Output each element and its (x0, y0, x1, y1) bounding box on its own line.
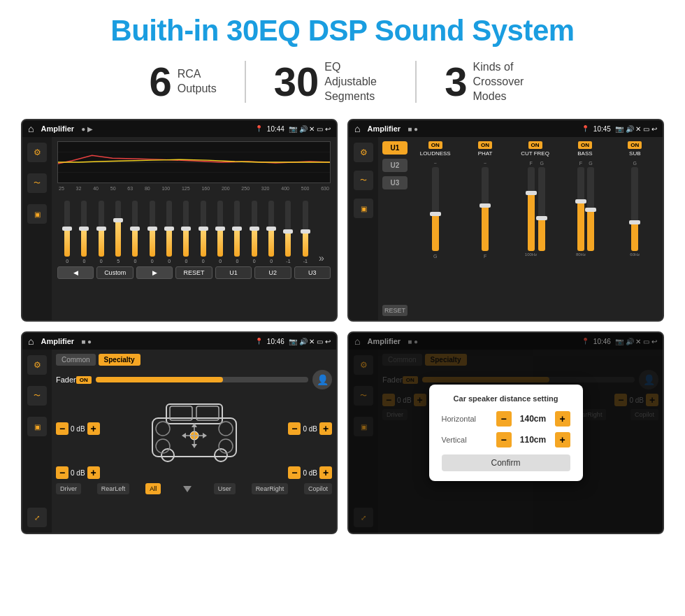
cr-main: U1 U2 U3 RESET ON LOUDNESS (378, 137, 663, 320)
fd-val-bottomright: 0 dB (303, 469, 317, 477)
distance-dialog: Car speaker distance setting Horizontal … (429, 385, 583, 481)
screen2-time: 10:45 (593, 125, 611, 133)
cr-reset-btn[interactable]: RESET (382, 305, 408, 316)
dist-horizontal-label: Horizontal (442, 415, 484, 423)
cr-icon-speaker[interactable]: ▣ (354, 199, 373, 218)
fd-copilot-btn[interactable]: Copilot (304, 483, 332, 494)
eq-slider-3: 5 (110, 201, 127, 264)
stat-crossover-label: Kinds ofCrossover Modes (473, 60, 536, 103)
fd-tab-specialty[interactable]: Specialty (99, 354, 140, 366)
cr-ch-bass: ON BASS F 80Hz (561, 141, 608, 316)
cr-u1-btn[interactable]: U1 (382, 141, 408, 155)
fd-val-bottomleft: 0 dB (71, 469, 85, 477)
svg-point-16 (156, 422, 170, 436)
fd-tab-common[interactable]: Common (56, 354, 96, 366)
eq-icon-wave[interactable]: 〜 (27, 173, 47, 193)
dist-horizontal-plus[interactable]: + (555, 411, 570, 427)
fd-top-vol-row: − 0 dB + (56, 394, 332, 464)
cr-ch-sub-on[interactable]: ON (628, 141, 642, 149)
cr-ch-loudness: ON LOUDNESS ~ (412, 141, 459, 316)
eq-slider-1: 0 (75, 201, 92, 264)
eq-icon-settings[interactable]: ⚙ (27, 143, 47, 162)
eq-reset-btn[interactable]: RESET (175, 266, 212, 279)
screenshots-grid: ⌂ Amplifier ● ▶ 📍 10:44 📷 🔊 ✕ ▭ ↩ ⚙ 〜 ▣ (21, 119, 664, 534)
fd-rear-left-btn[interactable]: RearLeft (97, 483, 130, 494)
screen-fader: ⌂ Amplifier ■ ● 📍 10:46 📷 🔊 ✕ ▭ ↩ ⚙ 〜 ▣ … (21, 331, 338, 534)
cr-ch-phat-on[interactable]: ON (478, 141, 492, 149)
page-wrapper: Buith-in 30EQ DSP Sound System 6 RCAOutp… (0, 0, 685, 541)
dist-vertical-minus[interactable]: − (496, 432, 512, 447)
eq-u2-btn[interactable]: U2 (254, 266, 291, 279)
fd-minus-topright[interactable]: − (288, 422, 301, 435)
home-icon-1[interactable]: ⌂ (28, 123, 34, 134)
home-icon-3[interactable]: ⌂ (28, 336, 34, 347)
eq-icon-speaker[interactable]: ▣ (27, 204, 47, 224)
screen3-dots: ■ ● (81, 338, 92, 345)
stat-eq-number: 30 (274, 62, 319, 102)
stat-crossover-number: 3 (445, 62, 467, 102)
fd-on-badge[interactable]: ON (76, 376, 92, 384)
fd-icon-settings[interactable]: ⚙ (27, 355, 47, 375)
cr-ch-cutfreq-on[interactable]: ON (528, 141, 542, 149)
fd-zone-buttons: Driver RearLeft All User Rear (56, 482, 332, 496)
eq-slider-8: 0 (195, 201, 212, 264)
fader-content: ⚙ 〜 ▣ ⤢ Common Specialty Fader ON (22, 350, 336, 533)
fd-plus-bottomright[interactable]: + (319, 466, 332, 479)
cr-ch-bass-on[interactable]: ON (578, 141, 592, 149)
dist-confirm-btn[interactable]: Confirm (442, 454, 570, 471)
fd-all-btn[interactable]: All (145, 483, 161, 494)
stats-row: 6 RCAOutputs 30 EQ AdjustableSegments 3 … (21, 60, 664, 103)
dist-horizontal-val: 140cm (516, 414, 551, 424)
eq-prev-btn[interactable]: ◀ (57, 266, 94, 279)
fd-fader-track[interactable] (96, 377, 308, 382)
stat-rca-label: RCAOutputs (178, 67, 217, 96)
screen3-time: 10:46 (267, 338, 284, 345)
eq-controls: ◀ Custom ▶ RESET U1 U2 U3 (57, 266, 331, 279)
cr-u2-btn[interactable]: U2 (382, 159, 408, 172)
cr-icon-settings[interactable]: ⚙ (354, 143, 373, 162)
dist-vertical-plus[interactable]: + (555, 432, 570, 447)
fd-icon-speaker[interactable]: ▣ (27, 417, 47, 436)
fd-rear-right-btn[interactable]: RearRight (252, 483, 289, 494)
stat-crossover: 3 Kinds ofCrossover Modes (417, 60, 563, 103)
cr-ch-loudness-on[interactable]: ON (428, 141, 442, 149)
cr-ch-sub-name: SUB (629, 150, 640, 157)
fd-plus-bottomleft[interactable]: + (87, 466, 100, 479)
dist-vertical-label: Vertical (442, 436, 484, 444)
screen1-dots: ● ▶ (81, 125, 93, 133)
fd-vol-topleft: − 0 dB + (56, 422, 100, 435)
fd-plus-topleft[interactable]: + (87, 422, 100, 435)
fd-bottom-vol-row: − 0 dB + − 0 dB + (56, 466, 332, 479)
dist-horizontal-minus[interactable]: − (496, 411, 512, 427)
home-icon-2[interactable]: ⌂ (354, 123, 360, 134)
eq-slider-14: -1 (297, 201, 314, 264)
fd-val-topleft: 0 dB (71, 425, 85, 433)
cr-u3-btn[interactable]: U3 (382, 176, 408, 189)
eq-next-btn[interactable]: ▶ (136, 266, 173, 279)
screen1-statusicons: 📷 🔊 ✕ ▭ ↩ (289, 125, 331, 133)
fd-driver-btn[interactable]: Driver (56, 483, 81, 494)
eq-custom-btn[interactable]: Custom (96, 266, 133, 279)
screen2-title: Amplifier (367, 124, 401, 133)
fd-minus-bottomright[interactable]: − (288, 466, 301, 479)
eq-u3-btn[interactable]: U3 (294, 266, 331, 279)
fd-minus-topleft[interactable]: − (56, 422, 68, 435)
screen-distance: ⌂ Amplifier ■ ● 📍 10:46 📷 🔊 ✕ ▭ ↩ ⚙ 〜 ▣ … (347, 331, 664, 534)
fd-plus-topright[interactable]: + (319, 422, 332, 435)
fd-user-btn[interactable]: User (214, 483, 236, 494)
eq-slider-0: 0 (59, 201, 75, 264)
svg-marker-15 (203, 433, 207, 438)
fd-vol-bottomleft: − 0 dB + (56, 466, 100, 479)
eq-freq-labels: 2532405063 80100125160200 25032040050063… (57, 186, 331, 191)
fd-minus-bottomleft[interactable]: − (56, 466, 68, 479)
cr-icon-wave[interactable]: 〜 (354, 171, 373, 190)
fd-icon-wave[interactable]: 〜 (27, 386, 47, 406)
dist-vertical-row: Vertical − 110cm + (442, 432, 570, 447)
fd-vol-topright: − 0 dB + (288, 422, 332, 435)
dist-vertical-ctrl: − 110cm + (496, 432, 570, 447)
eq-scroll-arrows[interactable]: » (314, 252, 329, 264)
crossover-content: ⚙ 〜 ▣ U1 U2 U3 RESET (349, 137, 663, 320)
fd-icon-expand[interactable]: ⤢ (27, 508, 47, 527)
eq-u1-btn[interactable]: U1 (215, 266, 252, 279)
fd-person-icon[interactable]: 👤 (312, 370, 332, 389)
